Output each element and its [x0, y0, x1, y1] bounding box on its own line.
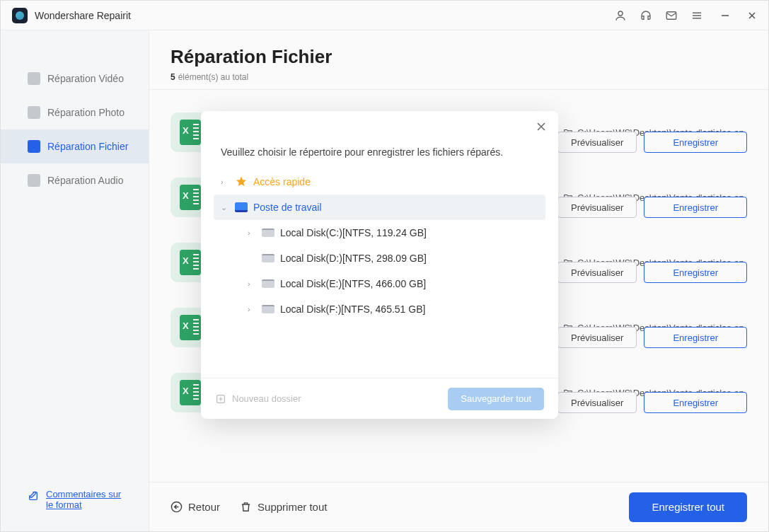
chevron-right-icon: › [248, 229, 256, 237]
tree-disk-item[interactable]: ›Local Disk(E:)[NTFS, 466.00 GB] [214, 271, 545, 296]
tree-quick-access[interactable]: › Accès rapide [214, 169, 545, 195]
chevron-down-icon: ⌄ [221, 203, 229, 212]
new-folder-button[interactable]: Nouveau dossier [215, 393, 301, 405]
modal-save-all-button[interactable]: Sauvegarder tout [448, 388, 544, 410]
chevron-right-icon: › [248, 305, 256, 313]
save-directory-modal: Veuillez choisir le répertoire pour enre… [201, 111, 558, 419]
tree-disk-item[interactable]: ›Local Disk(C:)[NTFS, 119.24 GB] [214, 220, 545, 245]
tree-disk-item[interactable]: Local Disk(D:)[NTFS, 298.09 GB] [214, 245, 545, 271]
chevron-right-icon: › [221, 178, 229, 186]
disk-icon [262, 279, 274, 288]
tree-disk-item[interactable]: ›Local Disk(F:)[NTFS, 465.51 GB] [214, 296, 545, 322]
star-icon [235, 175, 248, 188]
modal-footer: Nouveau dossier Sauvegarder tout [201, 378, 558, 419]
directory-tree: › Accès rapide ⌄ Poste de travail ›Local… [201, 169, 558, 378]
computer-icon [235, 202, 248, 212]
chevron-right-icon: › [248, 279, 256, 288]
modal-message: Veuillez choisir le répertoire pour enre… [201, 111, 558, 169]
disk-icon [262, 229, 274, 237]
disk-icon [262, 305, 274, 313]
tree-computer[interactable]: ⌄ Poste de travail [214, 195, 545, 220]
modal-close-button[interactable] [536, 121, 547, 135]
disk-icon [262, 254, 274, 262]
